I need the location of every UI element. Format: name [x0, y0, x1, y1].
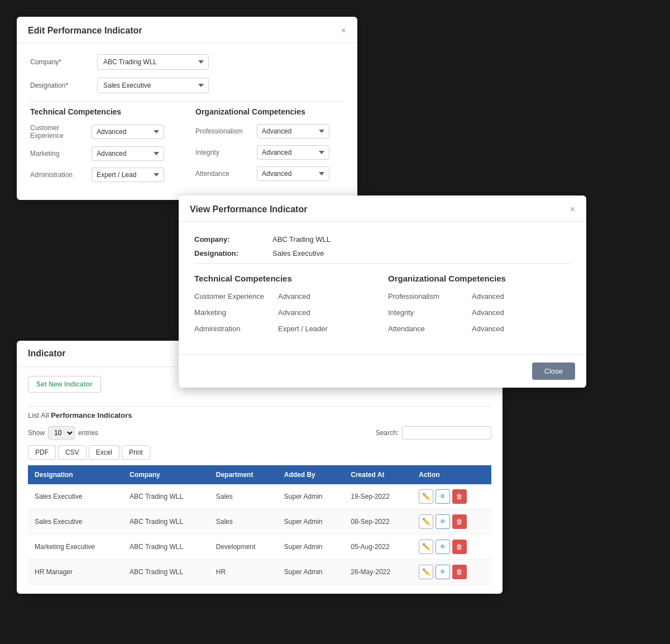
tech-select-1[interactable]: Advanced Expert / Lead Intermediate: [92, 146, 164, 161]
org-label-0: Professionalism: [195, 127, 257, 135]
view-modal-title: View Performance Indicator: [190, 204, 307, 214]
col-designation: Designation: [28, 465, 123, 484]
panel-body: Set New Indicator List All Performance I…: [17, 367, 502, 594]
performance-indicators-table: Designation Company Department Added By …: [28, 465, 491, 585]
tech-row-0: Customer Experience Advanced Expert / Le…: [30, 124, 179, 140]
set-new-button[interactable]: Set New Indicator: [28, 376, 101, 393]
csv-button[interactable]: CSV: [58, 445, 87, 460]
company-field-row: Company* ABC Trading WLL: [30, 54, 344, 70]
set-new-label: Set New Indicator: [36, 380, 93, 388]
view-org-value-2: Advanced: [472, 325, 504, 333]
edit-button[interactable]: ✏️: [419, 540, 433, 554]
edit-modal-close-button[interactable]: ×: [341, 26, 346, 36]
competencies-section: Technical Competencies Customer Experien…: [30, 107, 344, 189]
edit-button[interactable]: ✏️: [419, 514, 433, 529]
search-input[interactable]: [402, 426, 491, 440]
org-select-1[interactable]: Advanced Expert / Lead Intermediate: [257, 145, 329, 160]
view-close-button[interactable]: Close: [532, 362, 575, 380]
view-technical-col: Technical Competencies Customer Experien…: [194, 274, 377, 341]
edit-button[interactable]: ✏️: [419, 565, 433, 579]
view-modal-footer: Close: [179, 354, 586, 388]
pdf-button[interactable]: PDF: [28, 445, 56, 460]
edit-button[interactable]: ✏️: [419, 489, 433, 504]
delete-button[interactable]: 🗑: [452, 489, 467, 504]
cell-action: ✏️ 👁 🗑: [412, 509, 491, 535]
tech-label-1: Marketing: [30, 150, 92, 158]
cell-added-by: Super Admin: [277, 484, 344, 509]
tech-row-1: Marketing Advanced Expert / Lead Interme…: [30, 146, 179, 161]
action-icons: ✏️ 👁 🗑: [419, 489, 485, 504]
cell-created-at: 19-Sep-2022: [344, 484, 412, 509]
view-tech-value-2: Expert / Leader: [278, 325, 328, 333]
view-modal-header: View Performance Indicator ×: [179, 195, 586, 222]
panel-title: Indicator: [28, 349, 66, 358]
view-modal-body: Company: ABC Trading WLL Designation: Sa…: [179, 222, 586, 354]
view-company-row: Company: ABC Trading WLL: [194, 235, 571, 244]
org-select-0[interactable]: Advanced Expert / Lead Intermediate: [257, 124, 329, 139]
excel-button[interactable]: Excel: [89, 445, 119, 460]
cell-created-at: 05-Aug-2022: [344, 535, 412, 560]
delete-button[interactable]: 🗑: [452, 565, 467, 579]
cell-designation: HR Manager: [28, 560, 123, 585]
org-label-1: Integrity: [195, 149, 257, 156]
table-row: HR Manager ABC Trading WLL HR Super Admi…: [28, 560, 491, 585]
export-buttons: PDF CSV Excel Print: [28, 445, 491, 460]
table-body: Sales Executive ABC Trading WLL Sales Su…: [28, 484, 491, 585]
view-tech-value-0: Advanced: [278, 292, 310, 300]
cell-designation: Marketing Executive: [28, 535, 123, 560]
table-row: Sales Executive ABC Trading WLL Sales Su…: [28, 484, 491, 509]
designation-select[interactable]: Sales Executive: [97, 78, 209, 93]
delete-button[interactable]: 🗑: [452, 540, 467, 554]
view-org-label-1: Integrity: [388, 308, 472, 317]
technical-heading: Technical Competencies: [30, 107, 179, 116]
cell-department: Sales: [209, 509, 277, 535]
org-select-2[interactable]: Advanced Expert / Lead Intermediate: [257, 166, 329, 181]
show-entries-select[interactable]: 10 25 50: [48, 426, 75, 440]
action-icons: ✏️ 👁 🗑: [419, 565, 485, 579]
cell-department: HR: [209, 560, 277, 585]
view-button[interactable]: 👁: [436, 514, 450, 529]
view-button[interactable]: 👁: [436, 540, 450, 554]
company-label: Company*: [30, 58, 97, 66]
cell-added-by: Super Admin: [277, 535, 344, 560]
edit-performance-indicator-modal: Edit Performance Indicator × Company* AB…: [17, 17, 357, 200]
view-performance-indicator-modal: View Performance Indicator × Company: AB…: [179, 195, 586, 388]
designation-field-row: Designation* Sales Executive: [30, 78, 344, 93]
delete-button[interactable]: 🗑: [452, 514, 467, 529]
view-company-value: ABC Trading WLL: [272, 235, 331, 244]
technical-competencies-col: Technical Competencies Customer Experien…: [30, 107, 179, 189]
view-designation-value: Sales Executive: [272, 249, 324, 257]
cell-designation: Sales Executive: [28, 484, 123, 509]
view-org-row-0: Professionalism Advanced: [388, 292, 571, 300]
org-row-1: Integrity Advanced Expert / Lead Interme…: [195, 145, 344, 160]
view-modal-close-button[interactable]: ×: [570, 204, 575, 214]
view-tech-row-1: Marketing Advanced: [194, 308, 377, 317]
company-select[interactable]: ABC Trading WLL: [97, 54, 209, 70]
tech-label-2: Administration: [30, 171, 92, 179]
table-row: Marketing Executive ABC Trading WLL Deve…: [28, 535, 491, 560]
designation-label: Designation*: [30, 82, 97, 89]
view-org-label-0: Professionalism: [388, 292, 472, 300]
org-row-2: Attendance Advanced Expert / Lead Interm…: [195, 166, 344, 181]
list-prefix: List All: [28, 411, 49, 419]
view-button[interactable]: 👁: [436, 489, 450, 504]
view-tech-label-0: Customer Experience: [194, 292, 278, 300]
org-label-2: Attendance: [195, 170, 257, 178]
tech-row-2: Administration Expert / Lead Advanced In…: [30, 168, 179, 182]
view-designation-row: Designation: Sales Executive: [194, 249, 571, 257]
tech-select-0[interactable]: Advanced Expert / Lead Intermediate: [92, 125, 164, 139]
view-org-value-1: Advanced: [472, 308, 504, 317]
view-button[interactable]: 👁: [436, 565, 450, 579]
cell-company: ABC Trading WLL: [123, 535, 209, 560]
col-added-by: Added By: [277, 465, 344, 484]
col-department: Department: [209, 465, 277, 484]
edit-modal-title: Edit Performance Indicator: [28, 26, 142, 36]
cell-added-by: Super Admin: [277, 509, 344, 535]
organizational-heading: Organizational Competencies: [195, 107, 344, 116]
tech-select-2[interactable]: Expert / Lead Advanced Intermediate: [92, 168, 164, 182]
print-button[interactable]: Print: [122, 445, 150, 460]
list-divider: [28, 406, 491, 407]
view-organizational-col: Organizational Competencies Professional…: [388, 274, 571, 341]
table-row: Sales Executive ABC Trading WLL Sales Su…: [28, 509, 491, 535]
view-designation-label: Designation:: [194, 249, 272, 257]
